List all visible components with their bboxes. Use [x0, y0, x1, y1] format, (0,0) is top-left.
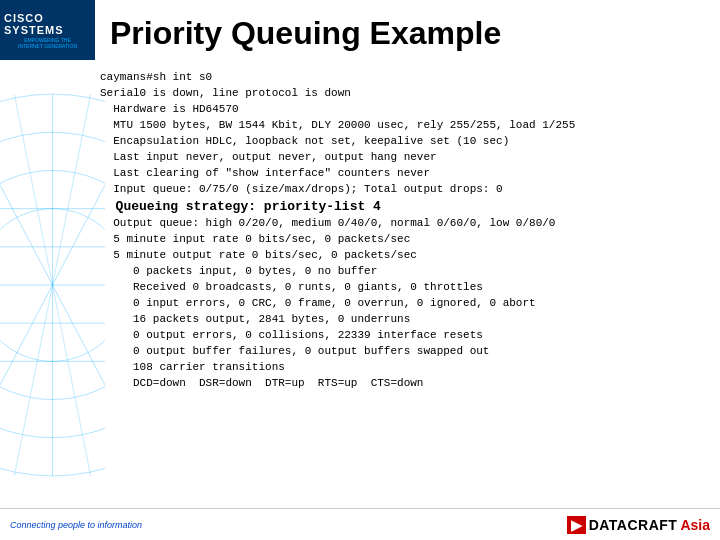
code-line-3: MTU 1500 bytes, BW 1544 Kbit, DLY 20000 …	[100, 118, 705, 134]
cisco-sub: EMPOWERING THEINTERNET GENERATION	[18, 37, 77, 49]
code-line-13: Received 0 broadcasts, 0 runts, 0 giants…	[100, 280, 705, 296]
code-line-11: 5 minute output rate 0 bits/sec, 0 packe…	[100, 248, 705, 264]
code-line-0: caymans#sh int s0	[100, 70, 705, 86]
code-line-10: 5 minute input rate 0 bits/sec, 0 packet…	[100, 232, 705, 248]
footer: Connecting people to information ▶ DATAC…	[0, 508, 720, 540]
cisco-logo: CISCO SYSTEMS EMPOWERING THEINTERNET GEN…	[0, 0, 95, 60]
code-line-1: Serial0 is down, line protocol is down	[100, 86, 705, 102]
code-line-14: 0 input errors, 0 CRC, 0 frame, 0 overru…	[100, 296, 705, 312]
code-line-6: Last clearing of "show interface" counte…	[100, 166, 705, 182]
code-line-2: Hardware is HD64570	[100, 102, 705, 118]
footer-connecting-text: Connecting people to information	[10, 520, 142, 530]
code-line-12: 0 packets input, 0 bytes, 0 no buffer	[100, 264, 705, 280]
code-line-16: 0 output errors, 0 collisions, 22339 int…	[100, 328, 705, 344]
code-line-8: Queueing strategy: priority-list 4	[100, 198, 705, 217]
footer-logo-area: ▶ DATACRAFT Asia	[567, 516, 710, 534]
datacraft-logo: ▶ DATACRAFT Asia	[567, 516, 710, 534]
content-area: caymans#sh int s0 Serial0 is down, line …	[100, 70, 705, 500]
datacraft-name: DATACRAFT	[589, 517, 678, 533]
code-line-9: Output queue: high 0/20/0, medium 0/40/0…	[100, 216, 705, 232]
cisco-text: CISCO SYSTEMS	[4, 12, 91, 36]
code-line-7: Input queue: 0/75/0 (size/max/drops); To…	[100, 182, 705, 198]
code-line-5: Last input never, output never, output h…	[100, 150, 705, 166]
code-line-15: 16 packets output, 2841 bytes, 0 underru…	[100, 312, 705, 328]
datacraft-asia: Asia	[680, 517, 710, 533]
code-line-4: Encapsulation HDLC, loopback not set, ke…	[100, 134, 705, 150]
globe-decoration	[0, 60, 105, 510]
code-line-19: DCD=down DSR=down DTR=up RTS=up CTS=down	[100, 376, 705, 392]
code-line-18: 108 carrier transitions	[100, 360, 705, 376]
page-title: Priority Queuing Example	[110, 15, 700, 52]
datacraft-icon: ▶	[567, 516, 586, 534]
code-line-17: 0 output buffer failures, 0 output buffe…	[100, 344, 705, 360]
